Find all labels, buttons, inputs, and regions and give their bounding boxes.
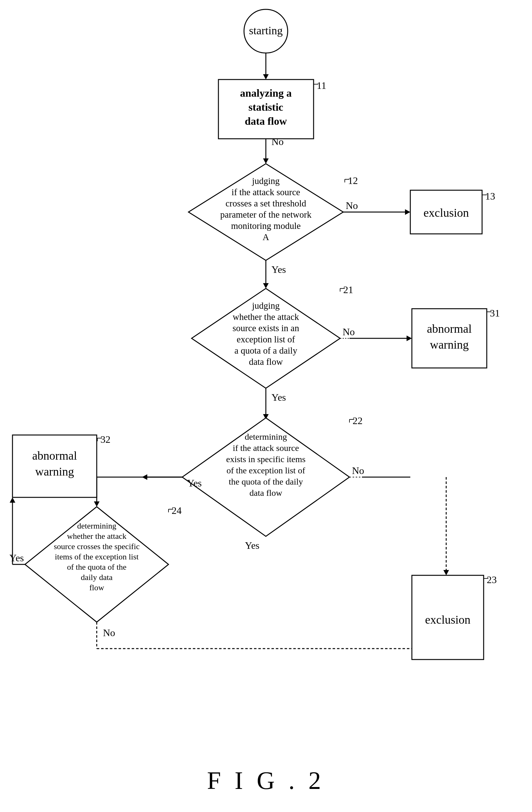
svg-text:crosses a set threshold: crosses a set threshold [226,198,306,208]
svg-marker-13 [263,158,269,164]
svg-text:exclusion: exclusion [425,613,471,626]
svg-text:Yes: Yes [245,540,260,551]
svg-text:21: 21 [343,284,353,295]
svg-text:23: 23 [487,574,497,585]
svg-text:31: 31 [490,307,500,319]
svg-text:determining: determining [77,521,116,531]
svg-text:Yes: Yes [187,477,202,489]
svg-text:judging: judging [252,301,280,310]
svg-text:32: 32 [100,434,110,445]
svg-text:exception list of: exception list of [237,334,295,344]
svg-text:the quota of the daily: the quota of the daily [229,477,303,487]
svg-text:source exists in an: source exists in an [233,323,299,333]
svg-marker-93 [10,497,15,503]
diagram-container: starting analyzing a statistic data flow… [0,0,532,812]
svg-text:No: No [346,200,358,211]
svg-text:No: No [342,326,355,337]
svg-text:No: No [103,627,115,638]
svg-text:whether the attack: whether the attack [233,312,299,322]
svg-text:Yes: Yes [271,392,286,403]
svg-text:data flow: data flow [250,488,283,498]
svg-text:13: 13 [485,190,495,202]
svg-text:whether the attack: whether the attack [67,532,127,541]
svg-text:of the quota of the: of the quota of the [67,563,127,571]
svg-text:source crosses the specific: source crosses the specific [54,542,139,551]
svg-text:warning: warning [430,338,469,351]
svg-text:a quota of a daily: a quota of a daily [234,346,297,356]
svg-text:24: 24 [172,505,182,516]
svg-marker-48 [407,335,412,341]
svg-marker-72 [443,570,449,575]
svg-text:of the exception list of: of the exception list of [226,466,306,475]
svg-text:No: No [271,136,284,147]
svg-marker-78 [94,502,99,507]
svg-text:starting: starting [249,24,283,37]
svg-text:analyzing a: analyzing a [240,87,291,99]
svg-text:monitoring module: monitoring module [231,221,300,231]
svg-text:A: A [263,232,269,242]
svg-text:exclusion: exclusion [423,206,469,219]
svg-text:data flow: data flow [244,115,287,127]
svg-text:Yes: Yes [9,552,24,564]
svg-marker-34 [263,283,269,288]
svg-text:abnormal: abnormal [427,322,472,335]
svg-text:flow: flow [89,583,104,592]
svg-text:parameter of the network: parameter of the network [220,209,312,219]
svg-text:exists in specific items: exists in specific items [226,454,306,464]
svg-text:if the attack source: if the attack source [232,187,300,197]
svg-text:Yes: Yes [271,264,286,275]
svg-text:12: 12 [348,175,358,186]
svg-marker-3 [263,74,269,79]
svg-text:data flow: data flow [249,357,283,367]
svg-text:abnormal: abnormal [32,449,77,462]
svg-text:daily data: daily data [81,573,113,582]
svg-text:22: 22 [353,415,363,426]
svg-text:11: 11 [317,80,326,91]
fig-label: F I G . 2 [207,767,325,794]
svg-text:determining: determining [244,432,287,441]
svg-text:statistic: statistic [248,101,283,113]
svg-text:warning: warning [35,465,74,478]
svg-text:items of the exception list: items of the exception list [55,552,139,561]
svg-text:No: No [352,465,364,476]
svg-text:judging: judging [252,176,280,186]
svg-marker-26 [405,209,410,215]
svg-text:if the attack source: if the attack source [233,443,299,453]
